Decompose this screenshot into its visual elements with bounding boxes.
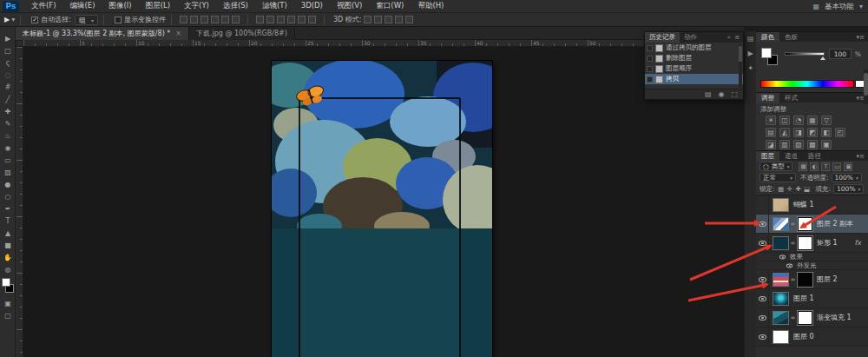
fx-badge[interactable]: fx [854,239,861,247]
tab-layers[interactable]: 图层 [756,151,779,162]
layer-effect-row[interactable]: 外发光 [756,261,868,270]
layer-mask-thumbnail[interactable] [798,273,812,287]
workspace-switcher[interactable]: 基本功能 [825,2,854,12]
screen-mode-icon[interactable]: ▢ [0,309,16,321]
history-state[interactable]: 图层顺序 [645,63,743,74]
distribute-top-icon[interactable] [256,16,264,23]
lock-icon[interactable]: ▦ [778,185,785,193]
adjustment-icon[interactable]: ◧ [821,128,832,137]
auto-select-dropdown[interactable]: 组▾ [75,15,98,25]
adjustment-icon[interactable]: ☀ [766,116,776,125]
menu-item[interactable]: 图层(L) [139,1,177,11]
history-state[interactable]: 删除图层 [645,53,743,63]
menu-item[interactable]: 文件(F) [24,1,63,11]
history-source-checkbox[interactable] [647,56,653,62]
adjustment-icon[interactable]: ◔ [793,116,804,125]
move-tool-icon[interactable]: ▶ [0,32,16,44]
distribute-right-icon[interactable] [308,16,316,23]
menu-item[interactable]: 3D(D) [294,1,330,11]
layer-mask-thumbnail[interactable] [798,311,812,325]
layer-name[interactable]: 矩形 1 [817,238,838,248]
layer-row[interactable]: 图层 1 [756,289,868,308]
blur-tool-icon[interactable]: ● [0,178,16,190]
adjustment-icon[interactable]: ▩ [807,140,818,149]
layer-effect-row[interactable]: 效果 [756,253,868,261]
quick-mask-icon[interactable]: ▣ [0,297,16,309]
adjustment-icon[interactable]: ▧ [793,140,804,149]
lock-icon[interactable]: ✛ [786,185,793,193]
adjustment-icon[interactable]: ▥ [779,140,790,149]
layer-name[interactable]: 渐变填充 1 [817,313,852,322]
distribute-h-center-icon[interactable] [298,16,306,23]
new-doc-from-state-icon[interactable]: ▤ [705,90,712,98]
vertical-ruler[interactable] [16,47,23,357]
clone-stamp-tool-icon[interactable]: ♨ [0,129,16,142]
3d-rotate-icon[interactable] [364,16,372,23]
layer-visibility-toggle[interactable] [756,234,769,252]
layer-visibility-toggle[interactable] [756,289,769,307]
adjustment-filter-icon[interactable]: ◐ [810,162,819,171]
layer-row[interactable]: ∞图层 2 [756,270,868,289]
layer-row[interactable]: ∞矩形 1fx [756,234,868,253]
menu-item[interactable]: 选择(S) [216,1,255,11]
layer-row[interactable]: ∞图层 2 副本 [756,215,868,234]
menu-item[interactable]: 视图(V) [330,1,369,11]
layers-scrollbar[interactable] [864,69,868,104]
layer-visibility-toggle[interactable] [756,195,769,214]
adjustment-icon[interactable]: ◫ [779,116,790,125]
zoom-tool-icon[interactable]: ◍ [0,263,16,275]
layer-mask-thumbnail[interactable] [798,217,812,231]
layer-name[interactable]: 图层 1 [793,294,814,303]
3d-roll-icon[interactable] [374,16,382,23]
path-selection-tool-icon[interactable]: ▲ [0,227,16,239]
adjustment-icon[interactable]: ▤ [766,128,776,137]
align-bottom-icon[interactable] [232,16,240,23]
auto-select-checkbox[interactable]: ✓ [31,17,38,23]
document-canvas[interactable] [272,61,492,357]
tab-history[interactable]: 历史记录 [645,32,680,43]
layer-row[interactable]: 图层 0 [756,327,868,347]
history-source-checkbox[interactable] [647,45,653,51]
color-value-input[interactable]: 100 [829,49,852,59]
distribute-bottom-icon[interactable] [277,16,285,23]
brush-tool-icon[interactable]: ✎ [0,117,16,129]
align-h-center-icon[interactable] [190,16,198,23]
rectangle-tool-icon[interactable]: ■ [0,239,16,251]
dodge-tool-icon[interactable]: ○ [0,190,16,202]
menu-item[interactable]: 窗口(W) [369,1,411,11]
align-right-icon[interactable] [201,16,208,23]
layer-filter-dropdown[interactable]: ◯ 类型▾ [760,162,792,171]
color-spectrum-ramp[interactable] [760,80,854,88]
history-scrollbar[interactable] [739,44,742,88]
tab-actions[interactable]: 动作 [680,32,701,43]
3d-slide-icon[interactable] [395,16,403,23]
opacity-value[interactable]: 100%▾ [832,173,862,182]
tab-adjustments[interactable]: 调整 [756,93,779,103]
align-left-icon[interactable] [180,16,187,23]
color-swatches[interactable] [0,278,16,297]
eye-icon[interactable] [779,255,786,259]
smartobject-filter-icon[interactable]: ▣ [844,162,852,171]
new-snapshot-icon[interactable]: ◉ [718,90,724,98]
tab-paths[interactable]: 路径 [803,151,826,162]
fill-value[interactable]: 100%▾ [833,184,864,194]
adjustment-icon[interactable]: ▽ [821,116,832,125]
adjustment-icon[interactable]: ◨ [793,128,804,137]
adjustment-icon[interactable]: ◭ [779,128,790,137]
align-top-icon[interactable] [211,16,219,23]
type-tool-icon[interactable]: T [0,215,16,227]
eyedropper-tool-icon[interactable]: ╱ [0,93,16,105]
panel-menu-icon[interactable]: ▾≡ [857,34,865,41]
menu-item[interactable]: 滤镜(T) [255,1,294,11]
lock-icon[interactable]: ✚ [795,185,802,193]
adjustment-icon[interactable]: ◩ [807,128,818,137]
layout-icon[interactable]: ▦ [812,3,819,10]
3d-scale-icon[interactable] [405,16,413,23]
current-tool-icon[interactable]: ▶ [4,16,10,23]
document-tab-2[interactable]: 下载.jpg @ 100%(RGB/8#) [189,27,295,40]
marquee-tool-icon[interactable]: □ [0,44,16,56]
menu-item[interactable]: 图像(I) [102,1,139,11]
show-transform-checkbox[interactable]: ✓ [115,17,122,23]
adjustment-icon[interactable]: ▦ [807,116,818,125]
tab-swatches[interactable]: 色板 [779,32,803,43]
